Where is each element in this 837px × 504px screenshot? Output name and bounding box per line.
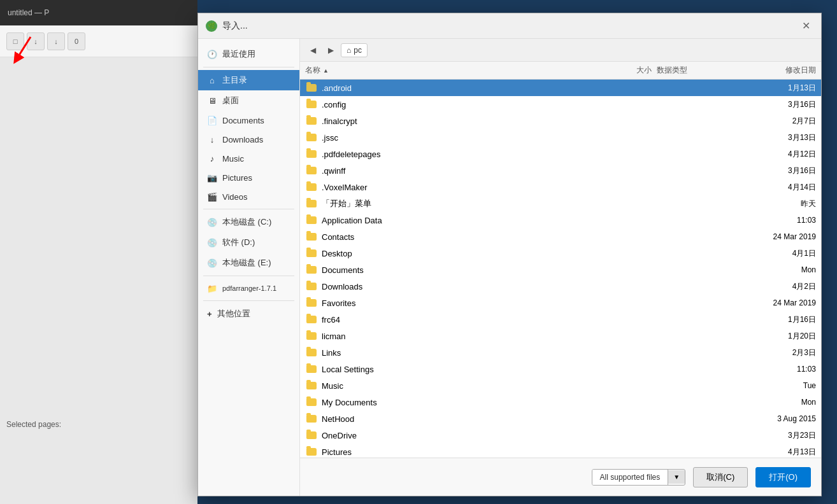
file-date: 1月20日 [733,331,816,342]
file-date: 24 Mar 2019 [733,298,816,307]
col-header-size[interactable]: 大小 [606,65,657,76]
file-date: 4月12日 [733,149,816,160]
folder-icon [305,164,318,177]
sidebar-item-videos[interactable]: 🎬 Videos [198,187,299,206]
home-breadcrumb-label: pc [354,46,362,55]
desktop-icon: 🖥 [207,95,217,106]
sidebar-item-home[interactable]: ⌂ 主目录 [198,70,299,90]
folder-icon [305,330,318,342]
file-row[interactable]: DocumentsMon [300,262,821,278]
file-type-label: All supported files [592,470,669,485]
other-plus-icon: + [207,309,212,319]
sidebar-item-disk-c[interactable]: 💿 本地磁盘 (C:) [198,212,299,232]
file-name: .qwinff [322,166,606,176]
sidebar-divider-1 [203,67,294,67]
file-row[interactable]: .jssc3月13日 [300,129,821,146]
folder-icon [305,346,318,359]
sidebar-item-desktop[interactable]: 🖥 桌面 [198,90,299,111]
file-name: Desktop [322,249,606,258]
dialog-title: 导入... [222,20,793,32]
file-date: 11:03 [733,365,816,374]
svg-line-1 [17,37,31,59]
nav-bar: ◀ ▶ ⌂ pc [300,39,821,62]
file-row[interactable]: Contacts24 Mar 2019 [300,228,821,245]
file-name: Favorites [322,298,606,308]
file-name: .android [322,83,606,93]
dialog-close-button[interactable]: ✕ [798,18,813,34]
sidebar-item-disk-e[interactable]: 💿 本地磁盘 (E:) [198,253,299,273]
file-row[interactable]: 「开始」菜单昨天 [300,195,821,212]
file-row[interactable]: Links2月3日 [300,344,821,361]
file-row[interactable]: .qwinff3月16日 [300,162,821,179]
sidebar-item-recent[interactable]: 🕐 最近使用 [198,44,299,64]
folder-icon [305,297,318,309]
col-header-type[interactable]: 数据类型 [657,65,733,76]
file-row[interactable]: Application Data11:03 [300,212,821,228]
sidebar-videos-label: Videos [222,192,248,202]
sidebar-item-music[interactable]: ♪ Music [198,149,299,168]
file-name: Local Settings [322,365,606,374]
file-row[interactable]: OneDrive3月23日 [300,427,821,444]
file-row[interactable]: Desktop4月1日 [300,245,821,262]
toolbar-btn-4[interactable]: 0 [68,32,85,50]
sidebar-item-downloads[interactable]: ↓ Downloads [198,130,299,149]
file-type-selector[interactable]: All supported files ▼ [592,469,686,486]
nav-home-breadcrumb[interactable]: ⌂ pc [341,43,368,57]
file-date: 3月16日 [733,165,816,176]
file-name: .jssc [322,133,606,143]
sidebar-divider-4 [203,300,294,301]
open-button[interactable]: 打开(O) [755,467,811,487]
file-name: Documents [322,265,606,275]
file-row[interactable]: Favorites24 Mar 2019 [300,295,821,311]
nav-back-button[interactable]: ◀ [305,43,320,58]
file-type-dropdown-arrow[interactable]: ▼ [668,470,685,484]
downloads-icon: ↓ [207,134,217,144]
folder-icon [305,214,318,227]
dialog-body: 🕐 最近使用 ⌂ 主目录 🖥 桌面 📄 Documents ↓ [198,39,821,496]
disk-e-icon: 💿 [207,258,217,268]
file-row[interactable]: .pdfdeletepages4月12日 [300,146,821,162]
sidebar-item-pdfarranger[interactable]: 📁 pdfarranger-1.7.1 [198,279,299,298]
file-date: 4月13日 [733,447,816,458]
selected-pages-label: Selected pages: [6,420,61,429]
file-row[interactable]: .config3月16日 [300,96,821,113]
file-name: frc64 [322,315,606,325]
file-row[interactable]: frc641月16日 [300,311,821,328]
col-header-name[interactable]: 名称 ▲ [305,65,606,76]
file-row[interactable]: licman1月20日 [300,328,821,344]
sidebar-pdfarranger-label: pdfarranger-1.7.1 [222,284,276,292]
file-row[interactable]: NetHood3 Aug 2015 [300,410,821,427]
sidebar-item-documents[interactable]: 📄 Documents [198,111,299,130]
file-name: NetHood [322,414,606,424]
file-date: 4月14日 [733,182,816,193]
file-name: 「开始」菜单 [322,198,606,209]
file-row[interactable]: Local Settings11:03 [300,361,821,377]
file-name: Music [322,381,606,391]
file-date: 2月3日 [733,347,816,358]
sidebar-desktop-label: 桌面 [222,95,239,106]
sidebar-item-other[interactable]: + 其他位置 [198,304,299,324]
toolbar-btn-3[interactable]: ↓ [47,32,65,50]
file-row[interactable]: Pictures4月13日 [300,444,821,458]
pictures-icon: 📷 [207,172,217,183]
folder-icon [305,131,318,144]
file-date: 昨天 [733,199,816,209]
file-date: 4月1日 [733,248,816,259]
sidebar-item-pictures[interactable]: 📷 Pictures [198,168,299,187]
file-row[interactable]: .VoxelMaker4月14日 [300,179,821,195]
file-row[interactable]: .android1月13日 [300,80,821,96]
file-row[interactable]: My DocumentsMon [300,394,821,410]
folder-icon [305,81,318,94]
sidebar-disk-e-label: 本地磁盘 (E:) [222,257,271,269]
file-row[interactable]: MusicTue [300,377,821,394]
nav-forward-button[interactable]: ▶ [323,43,338,58]
red-arrow-indicator [5,31,37,69]
folder-icon [305,363,318,375]
file-list[interactable]: .android1月13日.config3月16日.finalcrypt2月7日… [300,80,821,458]
sidebar-item-disk-d[interactable]: 💿 软件 (D:) [198,232,299,253]
col-header-date[interactable]: 修改日期 [733,65,816,76]
file-row[interactable]: Downloads4月2日 [300,278,821,295]
cancel-button[interactable]: 取消(C) [693,467,748,487]
pdfarranger-icon: 📁 [207,283,217,293]
file-row[interactable]: .finalcrypt2月7日 [300,113,821,129]
